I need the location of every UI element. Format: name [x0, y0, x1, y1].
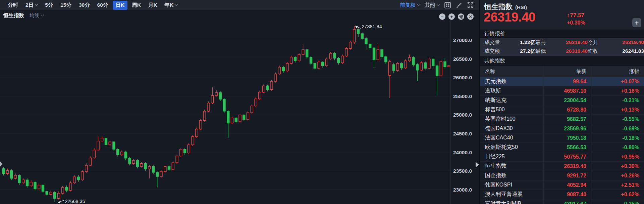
- index-change: -0.69%: [591, 124, 644, 133]
- candle-body: [54, 192, 56, 199]
- table-row-韩国KOSPI[interactable]: 韩国KOSPI4052.94+2.51%: [480, 180, 644, 190]
- candle-body: [259, 92, 261, 99]
- candle-body: [448, 66, 450, 67]
- candle-body: [365, 38, 367, 44]
- tab-分时[interactable]: 分时: [5, 1, 21, 10]
- index-change: +0.30%: [591, 162, 644, 171]
- candle-body: [69, 183, 72, 190]
- candle-body: [263, 86, 265, 92]
- zoom-in-button[interactable]: +: [448, 13, 455, 20]
- table-row-德国DAX30[interactable]: 德国DAX3023569.96-0.69%: [480, 124, 644, 133]
- candle-body: [50, 192, 52, 195]
- candle-body: [369, 44, 371, 48]
- candle-body: [211, 95, 214, 103]
- candle-body: [132, 160, 135, 163]
- table-row-日经225[interactable]: 日经22550755.77+0.95%: [480, 152, 644, 162]
- table-row-美元指数[interactable]: 美元指数99.64+0.07%: [480, 77, 644, 86]
- candle-body: [156, 172, 158, 176]
- index-change: -0.80%: [591, 143, 644, 152]
- index-change: -0.25%: [591, 199, 644, 204]
- index-change: +0.16%: [591, 86, 644, 95]
- candle-body: [203, 111, 206, 121]
- tab-15分[interactable]: 15分: [57, 1, 74, 10]
- candlestick-chart[interactable]: 27000.026500.026000.025500.025000.024500…: [0, 0, 479, 204]
- candle-body: [121, 152, 123, 155]
- candle-body: [18, 175, 20, 183]
- candle-body: [6, 170, 9, 173]
- table-row-富时意大利MIB[interactable]: 富时意大利MIB43917.67-0.25%: [480, 199, 644, 204]
- candle-body: [389, 62, 391, 75]
- candle-body: [392, 65, 395, 71]
- tab-2日[interactable]: 2日: [22, 1, 41, 10]
- chevron-down-icon: [35, 2, 38, 6]
- tab-年K[interactable]: 年K: [162, 1, 181, 10]
- up-arrow-icon: ↑: [567, 12, 570, 19]
- quote-value: 26319.40: [607, 39, 644, 45]
- pan-left-indicator[interactable]: [0, 161, 3, 167]
- layout-grid-icon[interactable]: [444, 2, 451, 9]
- table-row-国企指数[interactable]: 国企指数9291.72+0.26%: [480, 171, 644, 180]
- candle-body: [81, 172, 84, 180]
- table-row-法国CAC40[interactable]: 法国CAC407950.18-0.18%: [480, 133, 644, 143]
- table-row-标普500[interactable]: 标普5006728.80+0.13%: [480, 105, 644, 115]
- fullscreen-icon[interactable]: [467, 2, 474, 9]
- candle-body: [176, 156, 178, 163]
- tab-label: 60分: [97, 2, 108, 9]
- panel-expand-arrow[interactable]: [476, 162, 479, 167]
- adjust-mode-dropdown[interactable]: 前复权: [400, 2, 420, 9]
- add-to-watchlist-button[interactable]: +: [632, 18, 641, 27]
- section-other-indices: 其他指数: [480, 56, 644, 66]
- candle-body: [428, 59, 430, 68]
- candle-body: [302, 50, 304, 54]
- quote-label: 成交额: [484, 48, 504, 55]
- tab-60分[interactable]: 60分: [94, 1, 111, 10]
- index-last: 23569.96: [543, 124, 591, 133]
- quote-value: 26319.40: [556, 39, 588, 45]
- tab-月K[interactable]: 月K: [145, 1, 160, 10]
- table-row-纳斯达克[interactable]: 纳斯达克23004.54-0.21%: [480, 96, 644, 105]
- candle-body: [444, 62, 446, 67]
- table-row-英国富时100[interactable]: 英国富时1009682.57-0.55%: [480, 115, 644, 124]
- candle-body: [140, 163, 143, 166]
- table-row-道琼斯[interactable]: 道琼斯46987.10+0.16%: [480, 86, 644, 96]
- candle-body: [109, 142, 111, 145]
- y-axis-label: 25000.0: [453, 112, 472, 118]
- tab-30分[interactable]: 30分: [76, 1, 93, 10]
- candle-body: [61, 187, 64, 193]
- candle-body: [314, 64, 316, 68]
- table-row-欧洲斯托克50[interactable]: 欧洲斯托克505566.53-0.80%: [480, 143, 644, 152]
- zoom-out-button[interactable]: −: [439, 13, 445, 20]
- candle-body: [168, 166, 170, 169]
- index-change: +0.13%: [591, 105, 644, 114]
- index-last: 50755.77: [543, 152, 591, 161]
- draw-brush-icon[interactable]: [455, 2, 462, 9]
- tab-日K[interactable]: 日K: [113, 1, 128, 10]
- close-button[interactable]: ✕: [467, 13, 474, 20]
- chart-panel: 27000.026500.026000.025500.025000.024500…: [0, 0, 479, 204]
- index-last: 26319.40: [543, 162, 591, 171]
- ma-overlay-dropdown[interactable]: 均线: [30, 12, 44, 19]
- candle-body: [30, 182, 32, 186]
- candle-body: [298, 54, 300, 61]
- chart-symbol-label: 恒生指数: [3, 12, 24, 19]
- index-name: 道琼斯: [480, 86, 543, 95]
- candle-body: [200, 121, 202, 129]
- y-axis-label: 25500.0: [453, 93, 472, 99]
- index-name: 国企指数: [480, 171, 543, 180]
- index-last: 9682.57: [543, 115, 591, 124]
- symbol-code: (HSI): [515, 4, 527, 10]
- indices-table-header: 名称 最新 涨幅: [480, 66, 644, 77]
- index-change: -0.21%: [591, 96, 644, 105]
- tab-周K[interactable]: 周K: [129, 1, 144, 10]
- tab-5分[interactable]: 5分: [42, 1, 56, 10]
- candle-body: [231, 118, 233, 123]
- index-name: 标普500: [480, 105, 543, 114]
- candle-body: [396, 64, 399, 71]
- table-row-澳大利亚普通股[interactable]: 澳大利亚普通股9087.40+0.62%: [480, 190, 644, 199]
- table-row-恒生指数[interactable]: 恒生指数26319.40+0.30%: [480, 162, 644, 171]
- index-change: +0.26%: [591, 171, 644, 180]
- settings-button[interactable]: [458, 13, 464, 20]
- candle-body: [113, 142, 115, 149]
- other-dropdown[interactable]: 其他: [425, 2, 439, 9]
- price-change: 77.57: [570, 12, 585, 19]
